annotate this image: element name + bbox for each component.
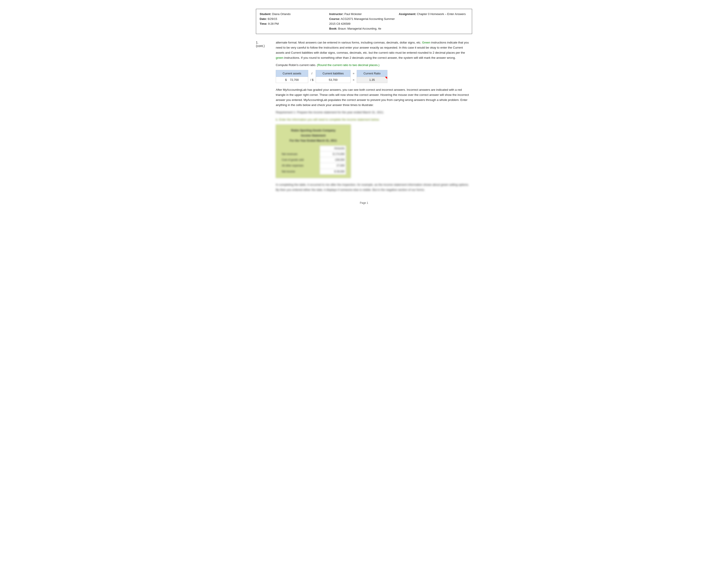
bottom-blurred-paragraph: In completing the table, it occurred to … bbox=[276, 182, 472, 192]
income-statement-type: Income Statement bbox=[280, 133, 346, 138]
course-info: Course: ACG2071 Managerial Accounting Su… bbox=[329, 17, 399, 21]
ratio-table: Current assets / Current liabilities = C… bbox=[276, 70, 387, 83]
income-row-2: Cost of goods sold 108,000 bbox=[280, 157, 346, 163]
time-info: Time: 9:28 PM bbox=[260, 21, 329, 26]
income-row-3: All other expenses 27,000 bbox=[280, 163, 346, 169]
current-ratio-cell[interactable]: 1.35 bbox=[357, 77, 387, 83]
income-row-1: Net revenues $ 174,000 bbox=[280, 151, 346, 157]
current-assets-cell[interactable]: $ 72,700 bbox=[276, 77, 308, 83]
compute-line: Compute Robin's current ratio. (Round th… bbox=[276, 63, 472, 68]
question-number: 1. (cont.) bbox=[256, 40, 274, 194]
col-header-current-liabilities: Current liabilities bbox=[316, 70, 351, 77]
col-header-slash: / bbox=[308, 70, 316, 77]
income-inner-table: Amounts Net revenues $ 174,000 Cost of g… bbox=[280, 145, 346, 175]
instructor-info: Instructor: Paul Mclester bbox=[329, 12, 399, 17]
slash-cell: / $ bbox=[308, 77, 316, 83]
book-info: Book: Braun: Managerial Accounting, 4e bbox=[329, 26, 399, 31]
question-body: alternate format. Most answers can be en… bbox=[276, 40, 472, 194]
income-col-amounts: Amounts bbox=[320, 145, 346, 151]
header-col-1: Student: Diana Orlando Date: 6/29/15 Tim… bbox=[260, 11, 329, 32]
intro-paragraph: alternate format. Most answers can be en… bbox=[276, 40, 472, 60]
blurred-section: Requirement 1: Prepare the income statem… bbox=[276, 110, 472, 178]
income-col-label bbox=[280, 145, 320, 151]
header-col-3: Assignment: Chapter 0 Homework – Enter A… bbox=[399, 11, 468, 32]
current-liabilities-cell[interactable]: 53,700 bbox=[316, 77, 351, 83]
equals-cell: = bbox=[351, 77, 357, 83]
page-number: Page 1 bbox=[256, 201, 472, 204]
header-box: Student: Diana Orlando Date: 6/29/15 Tim… bbox=[256, 9, 472, 34]
after-grading-paragraph: After MyAccountingLab has graded your an… bbox=[276, 87, 472, 108]
green-text-2: green bbox=[276, 56, 283, 59]
req-text-2: b. Enter the information you will need t… bbox=[276, 117, 472, 122]
col-header-current-ratio: Current Ratio bbox=[357, 70, 387, 77]
date-info: Date: 6/29/15 bbox=[260, 17, 329, 21]
income-company-name: Robin Sporting Goods Company bbox=[280, 128, 346, 133]
green-text-1: Green bbox=[422, 41, 430, 44]
header-col-2: Instructor: Paul Mclester Course: ACG207… bbox=[329, 11, 399, 32]
income-statement-wrapper: Robin Sporting Goods Company Income Stat… bbox=[276, 124, 351, 178]
req-text-1: Requirement 1: Prepare the income statem… bbox=[276, 110, 472, 115]
assignment-info: Assignment: Chapter 0 Homework – Enter A… bbox=[399, 12, 468, 17]
student-info: Student: Diana Orlando bbox=[260, 12, 329, 17]
red-triangle-icon bbox=[385, 77, 387, 79]
col-header-current-assets: Current assets bbox=[276, 70, 308, 77]
income-row-4: Net income $ 39,000 bbox=[280, 169, 346, 174]
income-period: For the Year Ended March 31, 2011 bbox=[280, 138, 346, 143]
col-header-equals: = bbox=[351, 70, 357, 77]
compute-green-text: (Round the current ratio to two decimal … bbox=[317, 63, 379, 67]
course-id: 2015 C8 426589 bbox=[329, 21, 399, 26]
content-area: 1. (cont.) alternate format. Most answer… bbox=[256, 40, 472, 194]
